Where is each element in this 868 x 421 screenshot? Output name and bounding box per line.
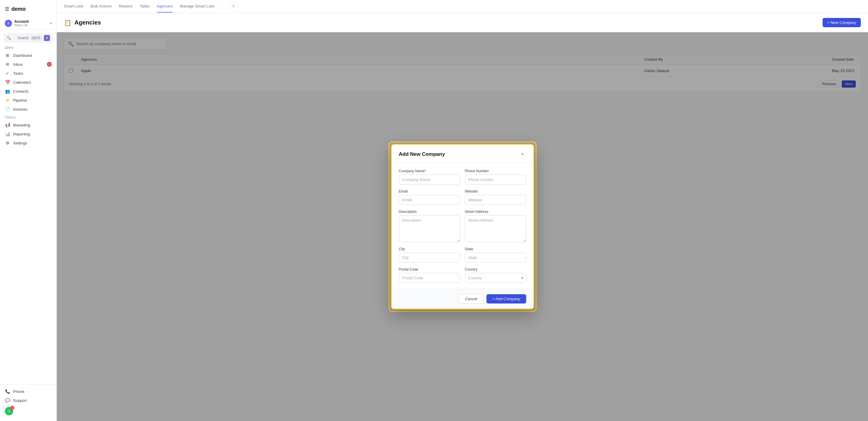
page-header: 📋 Agencies + New Company: [57, 13, 868, 32]
sidebar-item-tasks[interactable]: ✓ Tasks: [0, 69, 57, 78]
modal-footer: Cancel + Add Company: [392, 289, 533, 308]
topnav-bulk-actions[interactable]: Bulk Actions: [91, 0, 112, 12]
hamburger-icon[interactable]: ☰: [5, 6, 9, 12]
sidebar-item-pipeline[interactable]: ⚡ Pipeline: [0, 96, 57, 104]
sidebar-item-label: Tasks: [13, 71, 23, 76]
description-input[interactable]: [399, 215, 460, 242]
account-location: Irvine, CA: [14, 24, 48, 27]
state-label: State: [465, 247, 526, 251]
account-section[interactable]: A Account Irvine, CA ▾: [0, 17, 57, 30]
new-company-button[interactable]: + New Company: [823, 18, 861, 27]
street-address-field: Street Address: [465, 210, 526, 242]
page-icon: 📋: [64, 19, 71, 26]
add-company-modal: Add New Company × Company Name* Phone Nu…: [391, 144, 534, 309]
sidebar-search[interactable]: 🔍 Search ctrl K ⚡: [4, 33, 53, 43]
account-name: Account: [14, 20, 48, 24]
contacts-icon: 👥: [5, 89, 10, 94]
sidebar-item-label: Inbox: [13, 62, 23, 67]
modal-header: Add New Company ×: [392, 145, 533, 163]
country-label: Country: [465, 267, 526, 271]
sidebar-item-notifications[interactable]: U 12: [0, 405, 57, 417]
account-info: Account Irvine, CA: [14, 20, 48, 27]
modal-title: Add New Company: [399, 151, 445, 157]
state-field: State: [465, 247, 526, 263]
sidebar-item-label: Support: [13, 398, 27, 403]
company-name-label: Company Name*: [399, 169, 460, 173]
sidebar-item-label: Phone: [13, 389, 25, 394]
sidebar-item-support[interactable]: 💬 Support: [0, 396, 57, 405]
add-company-button[interactable]: + Add Company: [487, 294, 526, 303]
topnav-smart-lists[interactable]: Smart Lists: [64, 0, 83, 12]
pipeline-icon: ⚡: [5, 98, 10, 102]
street-input[interactable]: [465, 215, 526, 242]
city-input[interactable]: [399, 253, 460, 263]
sidebar-item-dashboard[interactable]: ⊞ Dashboard: [0, 51, 57, 60]
postal-input[interactable]: [399, 273, 460, 283]
website-input[interactable]: [465, 195, 526, 205]
sidebar-item-label: Marketing: [13, 123, 30, 127]
arrow-annotation: [57, 32, 60, 68]
city-field: City: [399, 247, 460, 263]
sidebar: ☰ demo A Account Irvine, CA ▾ 🔍 Search c…: [0, 0, 57, 421]
email-input[interactable]: [399, 195, 460, 205]
cancel-button[interactable]: Cancel: [459, 294, 483, 304]
sidebar-item-label: Pipeline: [13, 98, 27, 102]
topnav-divider: [222, 4, 222, 9]
state-input[interactable]: [465, 253, 526, 263]
sidebar-item-label: Calendars: [13, 80, 31, 85]
search-label: Search: [17, 36, 29, 40]
apps-section-label: Apps: [0, 44, 57, 51]
phone-input[interactable]: [465, 175, 526, 184]
phone-field: Phone Number: [465, 169, 526, 184]
sidebar-item-reporting[interactable]: 📊 Reporting: [0, 129, 57, 139]
description-field: Description: [399, 210, 460, 242]
sidebar-item-label: Settings: [13, 141, 27, 145]
search-shortcut: ctrl K: [31, 36, 42, 40]
calendars-icon: 📅: [5, 80, 10, 85]
topnav-manage-smart-lists[interactable]: Manage Smart Lists: [180, 0, 215, 12]
reporting-icon: 📊: [5, 131, 10, 137]
topnav-help-icon[interactable]: ?: [229, 2, 238, 11]
phone-label: Phone Number: [465, 169, 526, 173]
sidebar-item-marketing[interactable]: 📢 Marketing: [0, 120, 57, 129]
modal-body: Company Name* Phone Number Email: [392, 163, 533, 289]
sidebar-item-label: Dashboard: [13, 53, 32, 58]
user-initials: U: [8, 409, 10, 413]
website-label: Website: [465, 189, 526, 193]
company-name-input[interactable]: [399, 175, 460, 184]
email-label: Email: [399, 189, 460, 193]
page-title: Agencies: [74, 19, 101, 26]
country-select-wrapper: Country United States Canada United King…: [465, 273, 526, 283]
website-field: Website: [465, 189, 526, 205]
modal-close-button[interactable]: ×: [519, 151, 526, 158]
tools-section-label: Tools: [0, 114, 57, 120]
inbox-icon: ✉: [5, 62, 10, 67]
page-title-row: 📋 Agencies: [64, 19, 101, 26]
email-field: Email: [399, 189, 460, 205]
notifications-badge: 12: [10, 406, 14, 410]
sidebar-item-inbox[interactable]: ✉ Inbox 2: [0, 60, 57, 69]
postal-label: Postal Code: [399, 267, 460, 271]
main-content: Smart Lists Bulk Actions Restore Tasks A…: [57, 0, 868, 421]
topnav-restore[interactable]: Restore: [119, 0, 133, 12]
city-label: City: [399, 247, 460, 251]
settings-icon: ⚙: [5, 141, 10, 145]
content-area: 🔍 Agencies Created By Created Date Apple: [57, 32, 868, 421]
sidebar-item-settings[interactable]: ⚙ Settings: [0, 139, 57, 147]
sidebar-item-contacts[interactable]: 👥 Contacts: [0, 87, 57, 96]
app-logo: ☰ demo: [0, 4, 57, 17]
description-label: Description: [399, 210, 460, 214]
topnav-tasks[interactable]: Tasks: [140, 0, 149, 12]
sidebar-item-phone[interactable]: 📞 Phone: [0, 387, 57, 396]
search-icon: 🔍: [7, 36, 16, 40]
sidebar-item-invoices[interactable]: 📄 Invoices: [0, 104, 57, 114]
lightning-icon: ⚡: [44, 35, 50, 41]
sidebar-item-label: Invoices: [13, 107, 28, 112]
country-select[interactable]: Country United States Canada United King…: [465, 273, 526, 283]
sidebar-item-calendars[interactable]: 📅 Calendars: [0, 78, 57, 87]
country-field: Country Country United States Canada Uni…: [465, 267, 526, 283]
inbox-badge: 2: [47, 62, 52, 67]
topnav-agencies[interactable]: Agencies: [157, 0, 173, 12]
tasks-icon: ✓: [5, 71, 10, 76]
support-icon: 💬: [5, 398, 10, 403]
